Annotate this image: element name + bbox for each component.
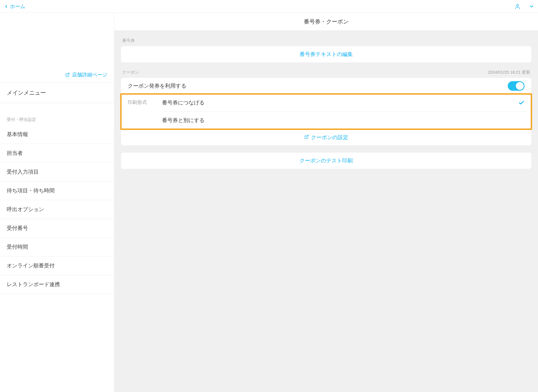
sidebar-item-restaurant-board[interactable]: レストランボード連携 bbox=[0, 275, 114, 294]
sidebar-item-staff[interactable]: 担当者 bbox=[0, 144, 114, 163]
user-icon bbox=[514, 3, 521, 10]
sidebar-section-title: 受付・呼出設定 bbox=[0, 103, 114, 125]
external-link-icon bbox=[304, 134, 309, 141]
chevron-left-icon bbox=[4, 4, 8, 9]
ticket-card: 番号券テキストの編集 bbox=[121, 46, 531, 62]
sidebar-item-basic-info[interactable]: 基本情報 bbox=[0, 125, 114, 144]
print-option-separate[interactable]: 番号券と別にする bbox=[162, 111, 531, 129]
sidebar-item-input-fields[interactable]: 受付入力項目 bbox=[0, 163, 114, 181]
coupon-test-print-card: クーポンのテスト印刷 bbox=[121, 153, 531, 169]
print-format-options: 番号券につなげる 番号券と別にする bbox=[162, 94, 531, 129]
print-format-label: 印刷形式 bbox=[121, 94, 162, 129]
sidebar-item-call-options[interactable]: 呼出オプション bbox=[0, 200, 114, 219]
coupon-toggle-card: クーポン発券を利用する bbox=[121, 78, 531, 94]
user-menu[interactable] bbox=[514, 3, 534, 10]
store-detail-link[interactable]: 店舗詳細ページ bbox=[65, 71, 107, 78]
coupon-toggle[interactable] bbox=[508, 81, 525, 91]
coupon-settings-card: クーポンの設定 bbox=[121, 129, 531, 145]
top-navbar: ホーム bbox=[0, 0, 538, 13]
main-panel: 番号券・クーポン 番号券 番号券テキストの編集 クーポン 2024/01/25 … bbox=[114, 13, 538, 392]
coupon-settings-button[interactable]: クーポンの設定 bbox=[121, 129, 531, 145]
sidebar-item-reception-time[interactable]: 受付時間 bbox=[0, 238, 114, 256]
sidebar-item-wait-items[interactable]: 待ち項目・待ち時間 bbox=[0, 181, 114, 200]
ticket-text-edit-button[interactable]: 番号券テキストの編集 bbox=[121, 46, 531, 62]
main-layout: 店舗詳細ページ メインメニュー 受付・呼出設定 基本情報 担当者 受付入力項目 … bbox=[0, 13, 538, 392]
ticket-section-label: 番号券 bbox=[114, 31, 538, 46]
sidebar-item-reception-number[interactable]: 受付番号 bbox=[0, 219, 114, 238]
store-block: 店舗詳細ページ bbox=[0, 13, 114, 83]
store-detail-label: 店舗詳細ページ bbox=[72, 71, 107, 78]
back-home-label: ホーム bbox=[10, 3, 25, 10]
svg-line-2 bbox=[306, 135, 308, 137]
sidebar: 店舗詳細ページ メインメニュー 受付・呼出設定 基本情報 担当者 受付入力項目 … bbox=[0, 13, 114, 392]
print-format-row: 印刷形式 番号券につなげる 番号券と別にする bbox=[121, 94, 531, 129]
coupon-test-print-button[interactable]: クーポンのテスト印刷 bbox=[121, 153, 531, 169]
svg-line-1 bbox=[67, 73, 69, 75]
coupon-toggle-label: クーポン発券を利用する bbox=[128, 82, 186, 90]
page-title: 番号券・クーポン bbox=[114, 13, 538, 31]
print-option-connect[interactable]: 番号券につなげる bbox=[162, 94, 531, 111]
main-menu-label: メインメニュー bbox=[7, 90, 46, 96]
chevron-down-icon bbox=[529, 4, 534, 9]
coupon-toggle-row: クーポン発券を利用する bbox=[121, 78, 531, 94]
print-format-card: 印刷形式 番号券につなげる 番号券と別にする bbox=[121, 94, 531, 129]
toggle-knob bbox=[516, 82, 524, 90]
back-home-button[interactable]: ホーム bbox=[4, 3, 25, 10]
print-format-highlight: 印刷形式 番号券につなげる 番号券と別にする bbox=[121, 94, 531, 129]
check-icon bbox=[518, 100, 525, 106]
coupon-section-label: クーポン 2024/01/25 18:21 更新 bbox=[114, 62, 538, 78]
sidebar-item-online-queue[interactable]: オンライン順番受付 bbox=[0, 256, 114, 275]
main-menu-button[interactable]: メインメニュー bbox=[0, 83, 114, 103]
svg-point-0 bbox=[516, 4, 518, 6]
coupon-updated-timestamp: 2024/01/25 18:21 更新 bbox=[488, 70, 530, 75]
external-link-icon bbox=[65, 73, 70, 77]
